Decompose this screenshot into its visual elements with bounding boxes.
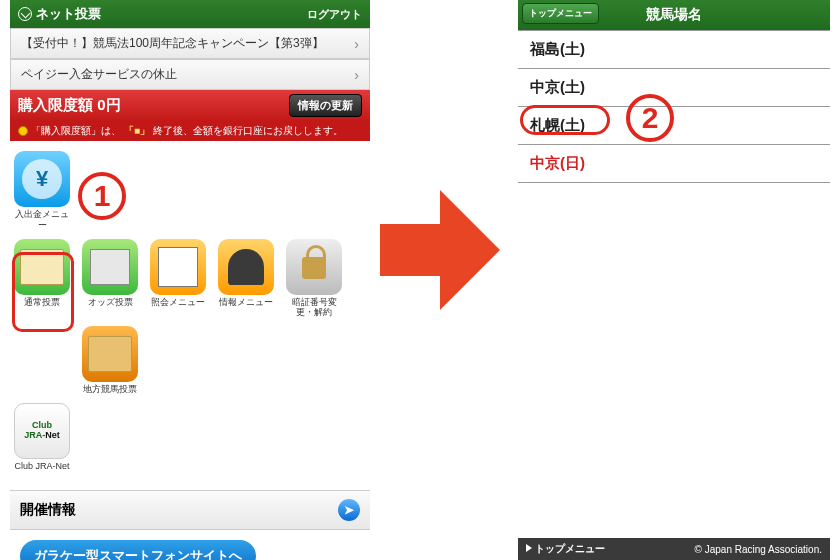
yen-icon: ¥ bbox=[22, 159, 62, 199]
limit-label: 購入限度額 0円 bbox=[18, 96, 121, 115]
arrow-circle-icon: ➤ bbox=[338, 499, 360, 521]
callout-2: 2 bbox=[626, 94, 674, 142]
notice-item[interactable]: 【受付中！】競馬法100周年記念キャンペーン【第3弾】 › bbox=[10, 28, 370, 59]
limit-note: 「購入限度額」は、 「■」 終了後、全額を銀行口座にお戻しします。 bbox=[10, 121, 370, 141]
jra-logo-icon bbox=[18, 7, 32, 21]
chevron-right-icon: › bbox=[354, 36, 359, 52]
notice-text: 【受付中！】競馬法100周年記念キャンペーン【第3弾】 bbox=[21, 36, 324, 50]
footer-top-link[interactable]: トップメニュー bbox=[526, 542, 605, 556]
paper-icon bbox=[158, 247, 198, 287]
header-title: ネット投票 bbox=[36, 5, 101, 23]
feature-phone-link[interactable]: ガラケー型スマートフォンサイトへ bbox=[20, 540, 256, 560]
icon-club-jra[interactable]: ClubJRA-Net Club JRA-Net bbox=[14, 403, 70, 472]
icon-inquiry[interactable]: 照会メニュー bbox=[150, 239, 206, 319]
ticket-icon bbox=[88, 336, 132, 372]
lock-icon bbox=[302, 257, 326, 279]
highlight-ring bbox=[12, 252, 74, 332]
header-bar: トップメニュー 競馬場名 bbox=[518, 0, 830, 30]
notice-item[interactable]: ペイジー入金サービスの休止 › bbox=[10, 59, 370, 90]
helmet-icon bbox=[228, 249, 264, 285]
list-item[interactable]: 中京(土) bbox=[518, 69, 830, 107]
copyright: © Japan Racing Association. bbox=[695, 544, 822, 555]
chevron-right-icon: › bbox=[354, 67, 359, 83]
list-item[interactable]: 福島(土) bbox=[518, 31, 830, 69]
info-icon bbox=[18, 126, 28, 136]
list-item[interactable]: 中京(日) bbox=[518, 145, 830, 183]
page-title: 競馬場名 bbox=[646, 6, 702, 24]
limit-bar: 購入限度額 0円 情報の更新 bbox=[10, 90, 370, 121]
notice-text: ペイジー入金サービスの休止 bbox=[21, 67, 177, 81]
triangle-icon bbox=[526, 544, 532, 552]
icon-pin-change[interactable]: 暗証番号変更・解約 bbox=[286, 239, 342, 319]
update-button[interactable]: 情報の更新 bbox=[289, 94, 362, 117]
big-arrow-icon bbox=[380, 190, 510, 310]
icon-local-racing[interactable]: 地方競馬投票 bbox=[82, 326, 138, 395]
logout-link[interactable]: ログアウト bbox=[307, 7, 362, 22]
top-menu-button[interactable]: トップメニュー bbox=[522, 3, 599, 24]
highlight-oval bbox=[520, 105, 610, 135]
header-bar: ネット投票 ログアウト bbox=[10, 0, 370, 28]
icon-odds-bet[interactable]: オッズ投票 bbox=[82, 239, 138, 319]
footer-bar: トップメニュー © Japan Racing Association. bbox=[518, 538, 830, 560]
section-header[interactable]: 開催情報 ➤ bbox=[10, 490, 370, 530]
odds-icon bbox=[90, 249, 130, 285]
callout-1: 1 bbox=[78, 172, 126, 220]
icon-info[interactable]: 情報メニュー bbox=[218, 239, 274, 319]
phone-right: トップメニュー 競馬場名 福島(土) 中京(土) 札幌(土) 中京(日) トップ… bbox=[518, 0, 830, 560]
icon-deposit[interactable]: ¥ 入出金メニュー bbox=[14, 151, 70, 231]
